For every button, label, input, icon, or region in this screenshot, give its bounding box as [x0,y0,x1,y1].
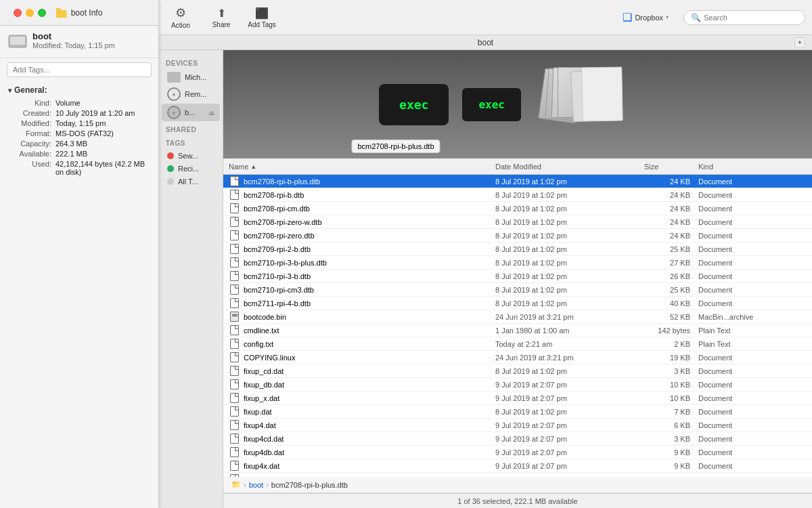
table-row[interactable]: bcm2710-rpi-3-b-plus.dtb 8 Jul 2019 at 1… [223,256,812,270]
svg-rect-1 [56,8,61,10]
table-row[interactable]: bcm2710-rpi-3-b.dtb 8 Jul 2019 at 1:02 p… [223,270,812,283]
col-kind-header[interactable]: Kind [698,163,807,171]
chevron-down-icon: ▾ [666,14,669,20]
file-date: 8 Jul 2019 at 1:02 pm [495,299,644,308]
search-box[interactable]: 🔍 [683,10,805,25]
sidebar-item-boot[interactable]: ● b... ⏏ [162,104,220,121]
sort-arrow: ▲ [250,163,256,170]
file-icon [229,284,240,295]
file-date: 9 Jul 2019 at 2:07 pm [495,435,644,443]
table-row[interactable]: fixup4cd.dat 9 Jul 2019 at 2:07 pm 3 KB … [223,432,812,446]
dropbox-button[interactable]: ❑ Dropbox ▾ [616,8,675,26]
file-date: 24 Jun 2019 at 3:21 pm [495,354,644,362]
table-row[interactable]: fixup_x.dat 9 Jul 2019 at 2:07 pm 10 KB … [223,391,812,405]
file-modified: Modified: Today, 1:15 pm [32,41,115,49]
table-row[interactable]: bcm2711-rpi-4-b.dtb 8 Jul 2019 at 1:02 p… [223,297,812,310]
used-label: Used: [8,160,55,176]
file-date: 8 Jul 2019 at 1:02 pm [495,191,644,199]
file-icon [229,352,240,363]
table-row[interactable]: fixup.dat 8 Jul 2019 at 1:02 pm 7 KB Doc… [223,405,812,419]
sidebar-item-reci[interactable]: Reci... [162,163,220,175]
sidebar-item-mich[interactable]: Mich... [162,70,220,85]
file-size: 10 KB [644,394,698,402]
file-kind: Document [698,218,807,226]
sidebar-item-all-tags[interactable]: All T... [162,175,220,188]
table-row[interactable]: bcm2710-rpi-cm3.dtb 8 Jul 2019 at 1:02 p… [223,283,812,297]
kind-value: Volume [55,99,150,107]
sidebar-item-sew[interactable]: Sew... [162,150,220,162]
file-date: 9 Jul 2019 at 2:07 pm [495,448,644,457]
share-icon: ⬆ [217,7,226,20]
format-label: Format: [8,129,55,137]
doc-icon [230,176,239,186]
devices-section-label: Devices [159,56,223,69]
status-bar: 1 of 36 selected, 222.1 MB available [223,493,812,508]
table-row[interactable]: fixup_db.dat 9 Jul 2019 at 2:07 pm 10 KB… [223,378,812,391]
file-date: 8 Jul 2019 at 1:02 pm [495,367,644,375]
table-row[interactable]: fixup4x.dat 9 Jul 2019 at 2:07 pm 9 KB D… [223,459,812,473]
doc-icon [230,190,239,200]
file-size: 24 KB [644,205,698,213]
action-button[interactable]: ⚙ Action [166,5,196,29]
doc-icon [230,366,239,376]
minimize-button[interactable] [26,9,34,17]
file-kind: Document [698,421,807,429]
table-row[interactable]: bcm2708-rpi-cm.dtb 8 Jul 2019 at 1:02 pm… [223,202,812,215]
created-value: 10 July 2019 at 1:20 am [55,109,150,117]
table-row[interactable]: cmdline.txt 1 Jan 1980 at 1:00 am 142 by… [223,324,812,337]
file-size: 27 KB [644,259,698,267]
close-button[interactable] [14,9,22,17]
file-kind: Document [698,177,807,186]
file-date: 9 Jul 2019 at 2:07 pm [495,462,644,470]
file-kind: Document [698,408,807,416]
add-tags-button[interactable]: ⬛ Add Tags [247,7,277,28]
file-name-cell: bcm2708-rpi-cm.dtb [244,205,495,213]
table-row[interactable]: bcm2708-rpi-zero-w.dtb 8 Jul 2019 at 1:0… [223,215,812,229]
file-size: 2 KB [644,340,698,348]
doc-icon [230,325,239,335]
search-input[interactable] [704,14,798,22]
share-button[interactable]: ⬆ Share [206,7,236,28]
disk-icon-boot: ● [167,106,181,119]
table-row[interactable]: fixup4.dat 9 Jul 2019 at 2:07 pm 6 KB Do… [223,419,812,432]
file-date: 8 Jul 2019 at 1:02 pm [495,259,644,267]
available-label: Available: [8,150,55,158]
folder-icon [56,8,67,18]
file-tooltip: bcm2708-rpi-b-plus.dtb [351,140,440,153]
table-row[interactable]: config.txt Today at 2:21 am 2 KB Plain T… [223,337,812,351]
file-icon [229,298,240,309]
file-date: 8 Jul 2019 at 1:02 pm [495,272,644,280]
table-row[interactable]: fixup4db.dat 9 Jul 2019 at 2:07 pm 9 KB … [223,446,812,459]
eject-icon[interactable]: ⏏ [208,109,215,117]
sidebar-item-rem[interactable]: ● Rem... [162,85,220,103]
file-kind: Document [698,245,807,253]
general-header[interactable]: ▾ General: [8,85,150,95]
maximize-button[interactable] [38,9,46,17]
bin-icon [230,312,239,322]
table-row[interactable]: fixup_cd.dat 8 Jul 2019 at 1:02 pm 3 KB … [223,364,812,378]
table-row[interactable]: bcm2708-rpi-b.dtb 8 Jul 2019 at 1:02 pm … [223,188,812,202]
file-name-cell: bcm2710-rpi-cm3.dtb [244,286,495,294]
tags-input[interactable] [7,62,152,77]
col-size-header[interactable]: Size [644,163,698,171]
file-size: 6 KB [644,421,698,429]
file-icon [229,379,240,390]
table-row[interactable]: bcm2708-rpi-b-plus.dtb 8 Jul 2019 at 1:0… [223,175,812,188]
doc-icon [230,230,239,240]
breadcrumb-selected[interactable]: bcm2708-rpi-b-plus.dtb [271,481,348,489]
table-row[interactable]: bcm2709-rpi-2-b.dtb 8 Jul 2019 at 1:02 p… [223,242,812,256]
doc-icon [230,461,239,471]
col-date-header[interactable]: Date Modified [495,163,644,171]
table-row[interactable]: bootcode.bin 24 Jun 2019 at 3:21 pm 52 K… [223,310,812,324]
capacity-value: 264.3 MB [55,140,150,148]
table-row[interactable]: bcm2708-rpi-zero.dtb 8 Jul 2019 at 1:02 … [223,229,812,242]
tag-icon: ⬛ [255,7,269,20]
search-icon: 🔍 [691,13,701,22]
breadcrumb-root[interactable]: boot [249,481,263,489]
expand-button[interactable]: + [794,37,805,48]
file-icon [229,447,240,458]
col-name-header[interactable]: Name ▲ [229,163,495,171]
table-row[interactable]: COPYING.linux 24 Jun 2019 at 3:21 pm 19 … [223,351,812,364]
exec-card-primary: exec [379,84,449,125]
disk-icon: ● [167,87,181,101]
